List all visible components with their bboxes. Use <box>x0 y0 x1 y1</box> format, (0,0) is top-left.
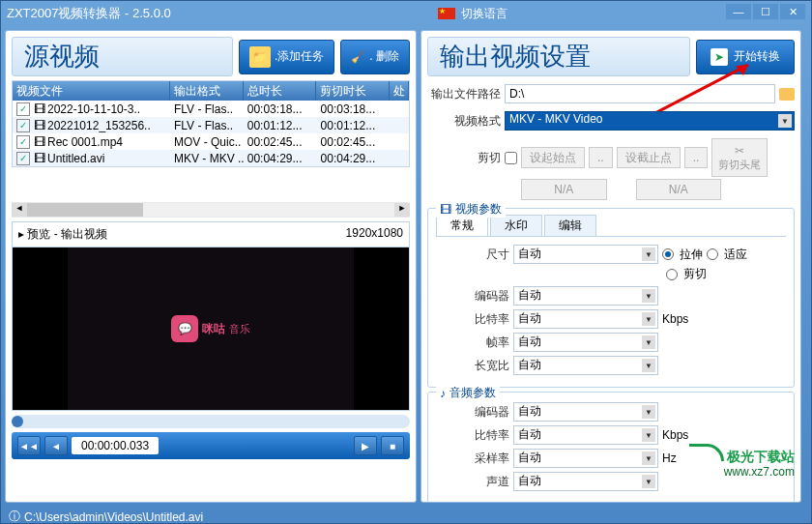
seek-bar[interactable] <box>12 415 410 428</box>
row-checkbox[interactable]: ✓ <box>16 152 30 165</box>
output-title: 输出视频设置 <box>427 37 690 76</box>
col-duration[interactable]: 总时长 <box>244 81 317 101</box>
dots1[interactable]: .. <box>589 147 613 168</box>
file-table: 视频文件 输出格式 总时长 剪切时长 处 ✓🎞 2022-10-11-10-3.… <box>12 80 410 167</box>
sample-select[interactable]: 自动▼ <box>513 449 658 468</box>
col-cut[interactable]: 剪切时长 <box>316 81 390 101</box>
aspect-select[interactable]: 自动▼ <box>513 356 658 375</box>
channel-label: 声道 <box>436 474 509 490</box>
table-row[interactable]: ✓🎞 Rec 0001.mp4MOV - Quic..00:02:45...00… <box>13 133 409 150</box>
row-checkbox[interactable]: ✓ <box>16 135 30 149</box>
sample-label: 采样率 <box>436 451 509 467</box>
set-start-button[interactable]: 设起始点 <box>521 147 585 168</box>
row-checkbox[interactable]: ✓ <box>16 102 30 116</box>
film-icon: 🎞 <box>440 203 451 217</box>
scroll-left-arrow[interactable]: ◄ <box>12 203 27 217</box>
film-icon: 🎞 <box>34 152 45 165</box>
out-path-input[interactable] <box>505 84 775 103</box>
table-row[interactable]: ✓🎞 2022-10-11-10-3..FLV - Flas..00:03:18… <box>13 101 409 117</box>
titlebar: ZXT2007视频转换器 - 2.5.0.0 切换语言 — ☐ ✕ <box>1 1 811 26</box>
add-task-label: .添加任务 <box>275 48 324 65</box>
flag-icon <box>438 8 455 19</box>
set-end-button[interactable]: 设截止点 <box>617 147 681 168</box>
tab-general[interactable]: 常规 <box>436 215 488 236</box>
info-icon: ⓘ <box>9 509 20 524</box>
fps-label: 帧率 <box>436 335 509 351</box>
film-icon: 🎞 <box>34 135 45 149</box>
time-display: 00:00:00.033 <box>72 437 159 454</box>
stop-button[interactable]: ■ <box>381 436 404 455</box>
step-back-button[interactable]: ◄ <box>44 436 68 455</box>
video-format-label: 视频格式 <box>427 113 501 130</box>
minimize-button[interactable]: — <box>726 4 751 19</box>
player-controls: ◄◄ ◄ 00:00:00.033 ▶ ■ <box>12 432 410 459</box>
end-na: N/A <box>636 179 722 200</box>
language-switch[interactable]: 切换语言 <box>438 6 508 22</box>
output-settings-panel: 输出视频设置 ➤ 开始转换 输出文件路径 视频格式 MKV - MKV Vide… <box>420 30 801 503</box>
preview-area: 💬 咪咕 音乐 <box>12 247 410 411</box>
fit-radio[interactable] <box>707 248 718 260</box>
delete-label: . 删除 <box>369 48 399 65</box>
chevron-down-icon: ▼ <box>778 114 792 128</box>
close-button[interactable]: ✕ <box>780 4 805 19</box>
bitrate-label: 比特率 <box>436 311 509 328</box>
migu-logo: 💬 咪咕 音乐 <box>171 315 250 342</box>
status-bar: ⓘ C:\Users\admin\Videos\Untitled.avi <box>1 507 811 524</box>
add-task-button[interactable]: 📁 .添加任务 <box>239 40 334 74</box>
col-format[interactable]: 输出格式 <box>170 81 244 101</box>
delete-button[interactable]: 🧹 . 删除 <box>340 40 410 74</box>
maximize-button[interactable]: ☐ <box>753 4 778 19</box>
crop-radio[interactable] <box>666 269 678 280</box>
table-row[interactable]: ✓🎞 Untitled.aviMKV - MKV ..00:04:29...00… <box>13 150 409 166</box>
start-label: 开始转换 <box>734 48 780 65</box>
tab-watermark[interactable]: 水印 <box>490 215 542 236</box>
note-icon: ♪ <box>440 387 446 400</box>
tab-edit[interactable]: 编辑 <box>544 215 596 236</box>
encoder-select[interactable]: 自动▼ <box>513 286 658 306</box>
seek-thumb[interactable] <box>12 416 23 427</box>
cut-label: 剪切 <box>427 150 501 166</box>
table-header: 视频文件 输出格式 总时长 剪切时长 处 <box>13 81 409 101</box>
a-bitrate-label: 比特率 <box>436 427 509 444</box>
cut-checkbox[interactable] <box>505 152 517 164</box>
start-na: N/A <box>521 179 607 200</box>
source-title: 源视频 <box>12 37 233 76</box>
prev-button[interactable]: ◄◄ <box>17 436 41 455</box>
size-select[interactable]: 自动▼ <box>513 245 658 264</box>
row-checkbox[interactable]: ✓ <box>16 119 30 132</box>
a-bitrate-select[interactable]: 自动▼ <box>513 425 658 445</box>
video-format-select[interactable]: MKV - MKV Video ▼ <box>505 111 795 131</box>
fps-select[interactable]: 自动▼ <box>513 333 658 352</box>
cut-ends-button[interactable]: ✂ 剪切头尾 <box>711 138 768 177</box>
convert-icon: ➤ <box>710 48 728 66</box>
browse-folder-icon[interactable] <box>779 88 795 101</box>
scroll-thumb[interactable] <box>27 203 143 217</box>
film-icon: 🎞 <box>34 119 45 132</box>
start-convert-button[interactable]: ➤ 开始转换 <box>696 40 795 74</box>
folder-plus-icon: 📁 <box>249 46 271 68</box>
horizontal-scrollbar[interactable]: ◄ ► <box>12 202 410 218</box>
play-button[interactable]: ▶ <box>354 436 377 455</box>
aspect-label: 长宽比 <box>436 358 509 374</box>
a-encoder-select[interactable]: 自动▼ <box>513 402 658 422</box>
broom-icon: 🧹 <box>351 50 365 64</box>
a-encoder-label: 编码器 <box>436 404 509 421</box>
col-proc[interactable]: 处 <box>390 81 409 101</box>
channel-select[interactable]: 自动▼ <box>513 472 658 491</box>
scissors-icon: ✂ <box>735 144 744 158</box>
chat-icon: 💬 <box>171 315 198 342</box>
source-video-panel: 源视频 📁 .添加任务 🧹 . 删除 视频文件 输出格式 总时长 剪切时长 处 <box>5 30 417 503</box>
language-label: 切换语言 <box>461 6 508 22</box>
status-path: C:\Users\admin\Videos\Untitled.avi <box>24 510 203 524</box>
dots2[interactable]: .. <box>684 147 709 168</box>
table-row[interactable]: ✓🎞 20221012_153256..FLV - Flas..00:01:12… <box>13 117 409 133</box>
preview-resolution: 1920x1080 <box>346 226 403 243</box>
col-file[interactable]: 视频文件 <box>13 81 170 101</box>
bitrate-select[interactable]: 自动▼ <box>513 309 658 329</box>
video-params-group: 🎞视频参数 常规 水印 编辑 尺寸 自动▼ 拉伸 适应 剪切 编码器自动▼ 比特… <box>427 208 795 388</box>
scroll-right-arrow[interactable]: ► <box>394 203 410 217</box>
encoder-label: 编码器 <box>436 288 509 305</box>
stretch-radio[interactable] <box>662 248 674 260</box>
preview-header: ▸ 预览 - 输出视频 1920x1080 <box>12 221 410 247</box>
audio-params-group: ♪音频参数 编码器自动▼ 比特率自动▼Kbps 采样率自动▼Hz 声道自动▼ <box>427 392 795 503</box>
